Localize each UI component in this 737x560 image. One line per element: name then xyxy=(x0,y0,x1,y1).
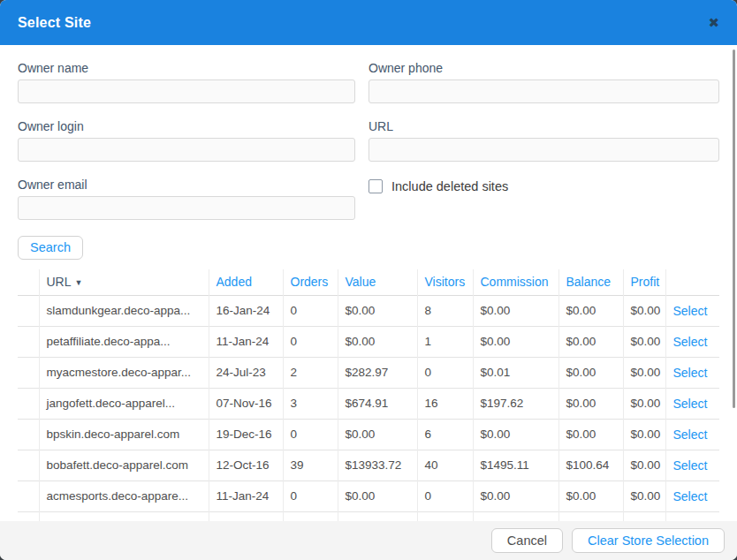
cell-visitors: 16 xyxy=(417,388,473,419)
vertical-scrollbar[interactable] xyxy=(733,49,735,408)
column-header-orders[interactable]: Orders xyxy=(283,269,338,295)
owner-name-label: Owner name xyxy=(18,61,355,75)
cell-balance: $100.64 xyxy=(558,450,623,481)
table-row: acmesports.deco-appare... 11-Jan-24 0 $0… xyxy=(18,481,719,511)
cell-commission: $0.00 xyxy=(473,295,558,326)
cell-url: bobafett.deco-apparel.com xyxy=(39,450,209,481)
modal-body: Owner name Owner phone Owner login URL O… xyxy=(0,45,737,531)
owner-email-field-group: Owner email xyxy=(18,178,355,220)
owner-email-input[interactable] xyxy=(18,196,355,220)
select-link[interactable]: Select xyxy=(673,458,708,473)
column-header-visitors[interactable]: Visitors xyxy=(417,269,473,295)
cell-profit: $0.00 xyxy=(623,357,665,388)
select-link[interactable]: Select xyxy=(673,489,708,503)
cell-added: 11-Jan-24 xyxy=(209,326,283,357)
cell-added: 07-Nov-16 xyxy=(209,388,283,419)
cell-added: 16-Jan-24 xyxy=(209,295,283,326)
close-icon[interactable]: ✖ xyxy=(708,16,719,29)
cell-value: $0.00 xyxy=(338,419,417,450)
table-row: myacmestore.deco-appar... 24-Jul-23 2 $2… xyxy=(18,357,719,388)
cell-orders: 2 xyxy=(283,357,338,388)
modal-title: Select Site xyxy=(18,15,91,31)
cell-url: myacmestore.deco-appar... xyxy=(39,357,209,388)
column-header-added[interactable]: Added xyxy=(209,269,283,295)
spacer-column-header xyxy=(18,269,39,295)
cell-value: $0.00 xyxy=(338,481,417,511)
cell-value: $0.00 xyxy=(338,295,417,326)
cell-orders: 39 xyxy=(283,450,338,481)
cell-value: $674.91 xyxy=(338,388,417,419)
select-link[interactable]: Select xyxy=(673,397,708,411)
cell-orders: 3 xyxy=(283,388,338,419)
cell-visitors: 40 xyxy=(417,450,473,481)
cell-url: jangofett.deco-apparel... xyxy=(39,388,209,419)
cell-value: $282.97 xyxy=(338,357,417,388)
cell-balance: $0.00 xyxy=(558,388,623,419)
cell-added: 11-Jan-24 xyxy=(209,481,283,511)
column-header-value[interactable]: Value xyxy=(338,269,417,295)
cell-url: slamdunkgear.deco-appa... xyxy=(39,295,209,326)
cell-url: bpskin.deco-apparel.com xyxy=(39,419,209,450)
cell-orders: 0 xyxy=(283,419,338,450)
cell-url: acmesports.deco-appare... xyxy=(39,481,209,511)
cell-profit: $0.00 xyxy=(623,481,665,511)
cell-profit: $0.00 xyxy=(623,388,665,419)
cell-url: petaffiliate.deco-appa... xyxy=(39,326,209,357)
table-row: slamdunkgear.deco-appa... 16-Jan-24 0 $0… xyxy=(18,295,719,326)
cell-profit: $0.00 xyxy=(623,419,665,450)
column-header-url[interactable]: URL▼ xyxy=(39,269,209,295)
search-button[interactable]: Search xyxy=(18,236,83,260)
url-field-group: URL xyxy=(368,119,719,162)
cell-visitors: 0 xyxy=(417,481,473,511)
cell-visitors: 0 xyxy=(417,357,473,388)
cell-visitors: 1 xyxy=(417,326,473,357)
select-link[interactable]: Select xyxy=(673,335,708,349)
cell-balance: $0.00 xyxy=(558,419,623,450)
table-header-row: URL▼ Added Orders Value Visitors Commiss… xyxy=(18,269,719,295)
owner-login-label: Owner login xyxy=(18,119,355,133)
owner-phone-label: Owner phone xyxy=(368,61,719,75)
url-input[interactable] xyxy=(368,138,719,162)
filter-form: Owner name Owner phone Owner login URL O… xyxy=(18,61,719,220)
cell-balance: $0.00 xyxy=(558,481,623,511)
owner-name-field-group: Owner name xyxy=(18,61,355,103)
table-row: bobafett.deco-apparel.com 12-Oct-16 39 $… xyxy=(18,450,719,481)
cell-orders: 0 xyxy=(283,481,338,511)
url-label: URL xyxy=(368,119,719,133)
cell-added: 12-Oct-16 xyxy=(209,450,283,481)
include-deleted-checkbox[interactable] xyxy=(368,179,383,193)
select-link[interactable]: Select xyxy=(673,428,708,442)
column-header-balance[interactable]: Balance xyxy=(558,269,623,295)
sites-table-container: URL▼ Added Orders Value Visitors Commiss… xyxy=(18,269,719,531)
cell-balance: $0.00 xyxy=(558,357,623,388)
cell-balance: $0.00 xyxy=(558,326,623,357)
column-header-commission[interactable]: Commission xyxy=(473,269,558,295)
cell-visitors: 8 xyxy=(417,295,473,326)
cell-commission: $197.62 xyxy=(473,388,558,419)
table-row: petaffiliate.deco-appa... 11-Jan-24 0 $0… xyxy=(18,326,719,357)
cancel-button[interactable]: Cancel xyxy=(491,528,563,553)
modal-header: Select Site ✖ xyxy=(0,0,737,45)
include-deleted-label: Include deleted sites xyxy=(391,179,508,193)
owner-email-label: Owner email xyxy=(18,178,355,192)
cell-orders: 0 xyxy=(283,295,338,326)
cell-profit: $0.00 xyxy=(623,450,665,481)
column-header-select xyxy=(665,269,719,295)
cell-commission: $0.00 xyxy=(473,326,558,357)
table-row: jangofett.deco-apparel... 07-Nov-16 3 $6… xyxy=(18,388,719,419)
modal-footer: Cancel Clear Store Selection xyxy=(0,521,737,560)
owner-phone-field-group: Owner phone xyxy=(368,61,719,103)
cell-commission: $0.00 xyxy=(473,419,558,450)
select-link[interactable]: Select xyxy=(673,366,708,380)
owner-login-field-group: Owner login xyxy=(18,119,355,162)
cell-commission: $0.01 xyxy=(473,357,558,388)
owner-login-input[interactable] xyxy=(18,138,355,162)
column-header-profit[interactable]: Profit xyxy=(623,269,665,295)
cell-profit: $0.00 xyxy=(623,326,665,357)
owner-name-input[interactable] xyxy=(18,79,355,103)
cell-added: 24-Jul-23 xyxy=(209,357,283,388)
clear-store-selection-button[interactable]: Clear Store Selection xyxy=(572,528,725,553)
select-link[interactable]: Select xyxy=(673,304,708,318)
owner-phone-input[interactable] xyxy=(368,79,719,103)
sort-desc-icon: ▼ xyxy=(75,278,83,287)
